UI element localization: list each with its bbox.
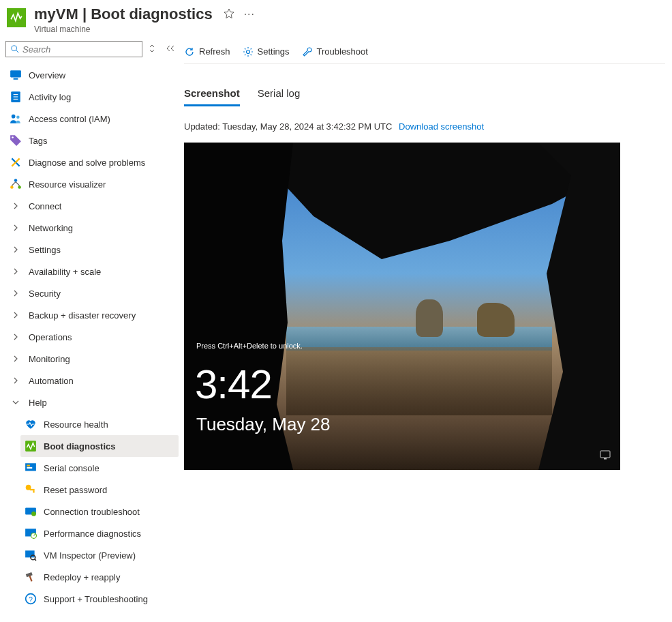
troubleshoot-button[interactable]: Troubleshoot <box>302 46 368 57</box>
svg-rect-2 <box>10 70 21 77</box>
lockscreen-date: Tuesday, May 28 <box>196 414 331 435</box>
tab-serial-log[interactable]: Serial log <box>258 85 301 106</box>
svg-rect-32 <box>29 576 32 582</box>
boot-diag-icon <box>25 440 37 452</box>
updated-text: Updated: Tuesday, May 28, 2024 at 3:42:3… <box>184 121 392 132</box>
sidebar-item-label: VM Inspector (Preview) <box>44 550 136 561</box>
chevron-right-icon <box>10 374 22 387</box>
sidebar-item-redeploy[interactable]: Redeploy + reapply <box>20 566 179 588</box>
page-title: myVM | Boot diagnostics <box>34 5 213 23</box>
svg-rect-21 <box>30 489 35 490</box>
svg-point-11 <box>14 179 18 182</box>
chevron-down-icon <box>10 396 22 409</box>
chevron-right-icon <box>10 243 22 256</box>
settings-button[interactable]: Settings <box>243 46 290 57</box>
sidebar-item-tags[interactable]: Tags <box>5 130 179 151</box>
sidebar-item-connect[interactable]: Connect <box>5 195 179 217</box>
chevron-right-icon <box>10 287 22 299</box>
svg-line-1 <box>16 50 19 53</box>
search-icon <box>10 44 20 54</box>
svg-point-10 <box>12 136 14 138</box>
svg-rect-3 <box>14 78 18 80</box>
expand-collapse-icon[interactable] <box>148 44 156 55</box>
sidebar-item-label: Availability + scale <box>29 267 101 277</box>
svg-text:?: ? <box>29 596 33 604</box>
console-icon <box>25 462 37 474</box>
svg-point-24 <box>31 512 36 516</box>
sidebar-item-boot-diagnostics[interactable]: Boot diagnostics <box>20 435 179 457</box>
svg-line-15 <box>16 182 20 186</box>
more-actions-icon[interactable]: ··· <box>244 8 255 20</box>
sidebar-item-operations[interactable]: Operations <box>5 326 179 348</box>
sidebar-item-access-control[interactable]: Access control (IAM) <box>5 108 179 130</box>
sidebar: Overview Activity log Access control (IA… <box>0 38 184 622</box>
sidebar-item-serial-console[interactable]: Serial console <box>20 457 179 479</box>
favorite-star-icon[interactable] <box>224 8 234 21</box>
log-icon <box>10 91 22 103</box>
monitor-icon <box>10 69 22 81</box>
toolbar: Refresh Settings Troubleshoot <box>184 40 665 64</box>
help-icon: ? <box>25 593 37 605</box>
svg-rect-19 <box>27 467 32 469</box>
svg-rect-36 <box>600 451 610 458</box>
sidebar-item-label: Operations <box>29 332 72 342</box>
sidebar-item-diagnose[interactable]: Diagnose and solve problems <box>5 151 179 173</box>
sidebar-item-label: Help <box>29 398 47 408</box>
sidebar-item-label: Performance diagnostics <box>44 529 141 539</box>
sidebar-item-backup[interactable]: Backup + disaster recovery <box>5 304 179 326</box>
gear-icon <box>243 46 254 57</box>
sidebar-item-label: Security <box>29 288 61 299</box>
sidebar-item-activity-log[interactable]: Activity log <box>5 86 179 108</box>
tab-screenshot[interactable]: Screenshot <box>184 85 240 106</box>
search-input[interactable] <box>22 44 138 55</box>
sidebar-item-label: Backup + disaster recovery <box>29 310 136 321</box>
sidebar-item-label: Automation <box>29 376 74 386</box>
svg-rect-22 <box>33 490 34 492</box>
download-screenshot-link[interactable]: Download screenshot <box>399 121 484 132</box>
svg-rect-37 <box>604 458 607 460</box>
inspector-icon <box>25 549 37 561</box>
svg-point-13 <box>18 186 21 189</box>
refresh-button[interactable]: Refresh <box>184 46 230 57</box>
sidebar-item-overview[interactable]: Overview <box>5 64 179 86</box>
sidebar-item-resource-health[interactable]: Resource health <box>20 413 179 435</box>
sidebar-item-settings-group[interactable]: Settings <box>5 239 179 261</box>
sidebar-item-networking[interactable]: Networking <box>5 217 179 239</box>
page-subtitle: Virtual machine <box>34 25 255 34</box>
sidebar-item-label: Redeploy + reapply <box>44 572 120 582</box>
toolbar-label: Settings <box>258 46 290 57</box>
sidebar-item-label: Serial console <box>44 463 100 473</box>
sidebar-item-support[interactable]: ? Support + Troubleshooting <box>20 588 179 610</box>
chevron-right-icon <box>10 200 22 212</box>
sidebar-item-label: Diagnose and solve problems <box>29 158 145 168</box>
tag-icon <box>10 134 22 147</box>
svg-rect-18 <box>27 465 30 466</box>
toolbar-label: Troubleshoot <box>317 46 368 57</box>
search-box[interactable] <box>5 41 142 57</box>
hammer-icon <box>25 571 37 583</box>
sidebar-item-reset-password[interactable]: Reset password <box>20 479 179 501</box>
sidebar-item-label: Settings <box>29 245 61 255</box>
sidebar-item-label: Monitoring <box>29 354 70 364</box>
sidebar-item-performance-diagnostics[interactable]: Performance diagnostics <box>20 522 179 544</box>
refresh-icon <box>184 46 195 57</box>
sidebar-item-label: Access control (IAM) <box>29 114 110 124</box>
sidebar-item-label: Support + Troubleshooting <box>44 594 148 604</box>
sidebar-item-label: Resource health <box>44 419 108 430</box>
collapse-sidebar-icon[interactable] <box>166 44 175 55</box>
sidebar-item-vm-inspector[interactable]: VM Inspector (Preview) <box>20 544 179 566</box>
sidebar-item-label: Tags <box>29 136 47 146</box>
sidebar-item-availability[interactable]: Availability + scale <box>5 261 179 282</box>
svg-point-9 <box>16 116 20 119</box>
sidebar-item-monitoring[interactable]: Monitoring <box>5 348 179 370</box>
sidebar-item-help[interactable]: Help <box>5 391 179 413</box>
sidebar-item-label: Connection troubleshoot <box>44 507 140 517</box>
sidebar-item-label: Connect <box>29 201 61 211</box>
sidebar-item-resource-visualizer[interactable]: Resource visualizer <box>5 173 179 195</box>
sidebar-item-automation[interactable]: Automation <box>5 370 179 391</box>
sidebar-item-connection-troubleshoot[interactable]: Connection troubleshoot <box>20 501 179 522</box>
vm-icon <box>7 8 26 27</box>
sidebar-item-security[interactable]: Security <box>5 282 179 304</box>
sidebar-item-label: Networking <box>29 223 73 233</box>
heart-icon <box>25 418 37 430</box>
